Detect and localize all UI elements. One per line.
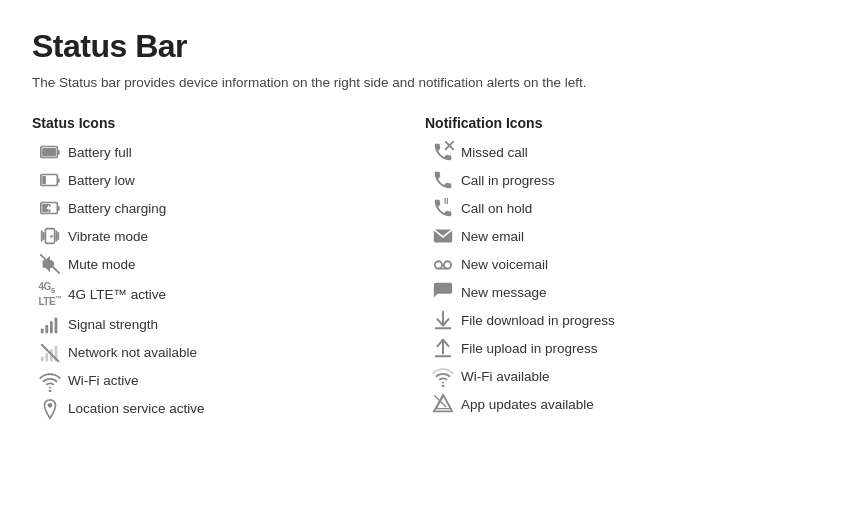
svg-rect-15	[41, 328, 44, 333]
wifi-available-label: Wi-Fi available	[461, 369, 550, 384]
list-item: Wi-Fi available	[425, 365, 818, 387]
call-on-hold-icon: II	[425, 197, 461, 219]
app-updates-label: App updates available	[461, 397, 594, 412]
list-item: 4GsLTE™ 4G LTE™ active	[32, 281, 425, 307]
list-item: Mute mode	[32, 253, 425, 275]
list-item: Vibrate mode	[32, 225, 425, 247]
status-icons-heading: Status Icons	[32, 115, 425, 131]
status-icons-list: Battery full Battery low	[32, 141, 425, 419]
svg-rect-2	[42, 148, 56, 156]
vibrate-mode-label: Vibrate mode	[68, 229, 148, 244]
svg-text:↑↓: ↑↓	[47, 371, 53, 377]
svg-rect-1	[57, 150, 59, 155]
call-on-hold-label: Call on hold	[461, 201, 532, 216]
call-in-progress-icon	[425, 169, 461, 191]
list-item: Network not available	[32, 342, 425, 364]
mute-mode-icon	[32, 253, 68, 275]
list-item: Battery low	[32, 169, 425, 191]
4g-lte-icon: 4GsLTE™	[32, 281, 68, 307]
svg-rect-4	[57, 178, 59, 183]
call-in-progress-label: Call in progress	[461, 173, 555, 188]
list-item: ↑↓ Wi-Fi active	[32, 370, 425, 392]
svg-rect-5	[42, 176, 46, 184]
new-email-icon	[425, 225, 461, 247]
file-download-icon	[425, 309, 461, 331]
list-item: Location service active	[32, 398, 425, 420]
signal-strength-label: Signal strength	[68, 317, 158, 332]
page-title: Status Bar	[32, 28, 818, 65]
page-subtitle: The Status bar provides device informati…	[32, 73, 818, 93]
list-item: App updates available	[425, 393, 818, 415]
list-item: Call in progress	[425, 169, 818, 191]
svg-rect-17	[50, 321, 53, 333]
list-item: Battery charging	[32, 197, 425, 219]
svg-rect-19	[41, 356, 44, 361]
list-item: New voicemail	[425, 253, 818, 275]
missed-call-label: Missed call	[461, 145, 528, 160]
battery-low-icon	[32, 169, 68, 191]
svg-text:II: II	[444, 198, 449, 207]
battery-charging-label: Battery charging	[68, 201, 166, 216]
list-item: Signal strength	[32, 314, 425, 336]
4g-lte-label: 4G LTE™ active	[68, 287, 166, 302]
list-item: New message	[425, 281, 818, 303]
svg-rect-18	[55, 317, 58, 333]
list-item: File upload in progress	[425, 337, 818, 359]
svg-point-32	[444, 262, 451, 269]
svg-point-24	[49, 389, 52, 391]
4g-lte-text: 4GsLTE™	[38, 281, 61, 307]
network-not-available-label: Network not available	[68, 345, 197, 360]
list-item: New email	[425, 225, 818, 247]
mute-mode-label: Mute mode	[68, 257, 136, 272]
wifi-active-label: Wi-Fi active	[68, 373, 139, 388]
wifi-available-icon	[425, 365, 461, 387]
file-upload-label: File upload in progress	[461, 341, 598, 356]
status-icons-column: Status Icons Battery full	[32, 115, 425, 425]
wifi-active-icon: ↑↓	[32, 370, 68, 392]
notification-icons-heading: Notification Icons	[425, 115, 818, 131]
location-label: Location service active	[68, 401, 205, 416]
location-icon	[32, 398, 68, 420]
list-item: Battery full	[32, 141, 425, 163]
svg-point-38	[442, 385, 445, 387]
notification-icons-list: Missed call Call in progress II Call	[425, 141, 818, 415]
battery-low-label: Battery low	[68, 173, 135, 188]
new-voicemail-icon	[425, 253, 461, 275]
svg-rect-16	[45, 325, 48, 333]
app-updates-icon	[425, 393, 461, 415]
missed-call-icon	[425, 141, 461, 163]
new-voicemail-label: New voicemail	[461, 257, 548, 272]
signal-strength-icon	[32, 314, 68, 336]
file-upload-icon	[425, 337, 461, 359]
new-message-icon	[425, 281, 461, 303]
notification-icons-column: Notification Icons Missed call	[425, 115, 818, 425]
svg-point-26	[48, 403, 53, 408]
svg-rect-20	[45, 353, 48, 361]
vibrate-mode-icon	[32, 225, 68, 247]
battery-charging-icon	[32, 197, 68, 219]
network-not-available-icon	[32, 342, 68, 364]
new-message-label: New message	[461, 285, 547, 300]
list-item: Missed call	[425, 141, 818, 163]
svg-rect-7	[57, 206, 59, 211]
file-download-label: File download in progress	[461, 313, 615, 328]
list-item: II Call on hold	[425, 197, 818, 219]
battery-full-label: Battery full	[68, 145, 132, 160]
battery-full-icon	[32, 141, 68, 163]
list-item: File download in progress	[425, 309, 818, 331]
svg-point-31	[435, 262, 442, 269]
new-email-label: New email	[461, 229, 524, 244]
